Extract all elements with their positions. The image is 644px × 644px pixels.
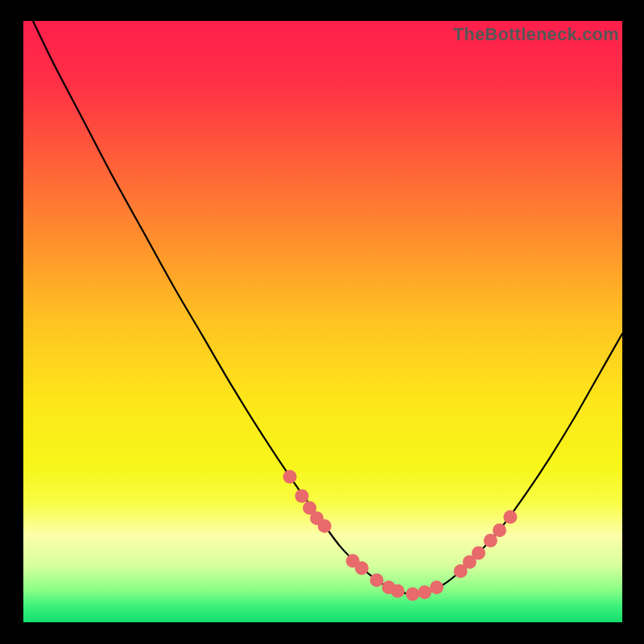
marker-point [369, 573, 383, 587]
marker-point [472, 547, 485, 560]
marker-point [391, 584, 405, 598]
marker-point [355, 561, 369, 575]
marker-point [430, 580, 444, 594]
chart-frame: TheBottleneck.com [23, 21, 622, 622]
marker-point [418, 585, 431, 599]
marker-point [484, 534, 497, 547]
marker-point [406, 587, 419, 601]
marker-point [295, 489, 308, 503]
watermark-text: TheBottleneck.com [453, 24, 619, 45]
marker-point [493, 523, 506, 537]
marker-point [283, 470, 297, 484]
marker-point [318, 519, 332, 533]
marker-point [503, 510, 517, 524]
bottleneck-chart [23, 21, 622, 622]
